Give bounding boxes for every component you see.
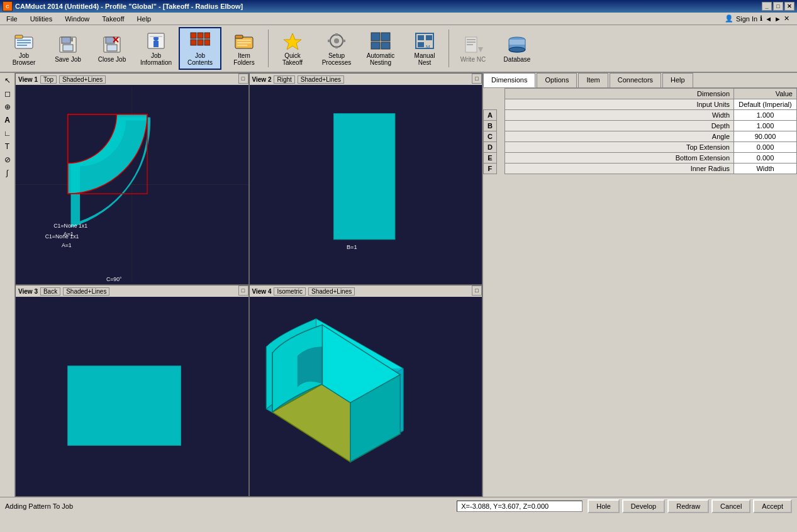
- job-information-button[interactable]: JobInformation: [135, 27, 177, 70]
- view1-expand[interactable]: □: [238, 74, 248, 84]
- view3-expand[interactable]: □: [238, 285, 248, 296]
- coordinates-display: X=-3.088, Y=3.607, Z=0.000: [457, 501, 582, 512]
- setup-processes-button[interactable]: SetupProcesses: [315, 27, 358, 70]
- nav-right-icon[interactable]: ►: [774, 15, 781, 23]
- manual-nest-icon: M: [415, 31, 435, 51]
- titlebar: C CAMduct 2014 (Untitled4) - Profile "Gl…: [0, 0, 797, 13]
- view3-type[interactable]: Back: [40, 287, 60, 296]
- view2-type[interactable]: Right: [274, 75, 294, 84]
- view4-title: View 4: [252, 288, 272, 295]
- menu-help[interactable]: Help: [133, 14, 155, 24]
- nav-left-icon[interactable]: ◄: [765, 15, 772, 23]
- manual-nest-button[interactable]: M ManualNest: [403, 27, 446, 70]
- crosshair-tool[interactable]: ⊕: [1, 101, 14, 113]
- dim-name-c: Angle: [504, 131, 733, 142]
- signin-link[interactable]: Sign In: [736, 15, 757, 23]
- input-units-value: Default (Imperial): [734, 99, 797, 110]
- view4-mode[interactable]: Shaded+Lines: [308, 287, 355, 296]
- svg-rect-25: [235, 35, 243, 38]
- close-job-icon: [102, 35, 122, 55]
- view3-content[interactable]: [16, 297, 248, 496]
- view3-mode[interactable]: Shaded+Lines: [63, 287, 109, 296]
- view2-content[interactable]: B=1: [250, 85, 482, 284]
- svg-rect-23: [204, 40, 210, 45]
- dim-value-b[interactable]: 1.000: [734, 121, 797, 131]
- view2-expand[interactable]: □: [472, 74, 482, 84]
- view1-content[interactable]: C1=None 1x1 A=1 C=90° F=R1 S1=None C2=No…: [16, 85, 248, 284]
- curve-tool[interactable]: ∫: [1, 167, 14, 179]
- viewports-area: View 1 Top Shaded+Lines □: [15, 73, 482, 497]
- dim-letter-f: F: [484, 163, 497, 174]
- maximize-button[interactable]: □: [773, 2, 783, 11]
- label-tool[interactable]: T: [1, 140, 14, 153]
- dim-letter-c: C: [484, 131, 497, 142]
- angle-tool[interactable]: ∟: [1, 127, 14, 140]
- main-area: ↖ ◻ ⊕ A ∟ T ⊘ ∫ View 1 Top Shaded+Lines …: [0, 73, 797, 497]
- close-job-button[interactable]: Close Job: [91, 27, 133, 70]
- hole-button[interactable]: Hole: [588, 499, 620, 513]
- dim-value-e[interactable]: 0.000: [734, 153, 797, 163]
- circle-tool[interactable]: ⊘: [1, 153, 14, 166]
- svg-rect-8: [70, 38, 73, 42]
- save-job-button[interactable]: Save Job: [47, 27, 89, 70]
- job-contents-button[interactable]: JobContents: [179, 27, 221, 70]
- cancel-button[interactable]: Cancel: [711, 499, 750, 513]
- svg-rect-42: [426, 35, 432, 40]
- tab-item[interactable]: Item: [578, 73, 608, 87]
- tab-help[interactable]: Help: [662, 73, 693, 87]
- write-nc-button[interactable]: Write NC: [452, 27, 494, 70]
- quick-takeoff-label: QuickTakeoff: [282, 52, 303, 66]
- item-folders-button[interactable]: ItemFolders: [223, 27, 265, 70]
- dim-letter-d: D: [484, 142, 497, 153]
- dim-value-a[interactable]: 1.000: [734, 110, 797, 121]
- menu-takeoff[interactable]: Takeoff: [98, 14, 128, 24]
- titlebar-controls[interactable]: _ □ ✕: [762, 2, 794, 11]
- svg-marker-29: [284, 33, 301, 50]
- svg-rect-35: [343, 40, 345, 42]
- accept-button[interactable]: Accept: [753, 499, 792, 513]
- menu-window[interactable]: Window: [61, 14, 93, 24]
- svg-rect-16: [153, 41, 159, 47]
- dim-value-c[interactable]: 90.000: [734, 131, 797, 142]
- setup-processes-icon: [326, 31, 347, 51]
- view4-content[interactable]: [250, 297, 482, 496]
- write-nc-label: Write NC: [460, 56, 486, 63]
- svg-text:C1=None 1x1: C1=None 1x1: [53, 223, 87, 229]
- svg-rect-73: [68, 366, 181, 445]
- view4-type[interactable]: Isometric: [274, 287, 306, 296]
- close-button[interactable]: ✕: [784, 2, 794, 11]
- automatic-nesting-button[interactable]: AutomaticNesting: [359, 27, 402, 70]
- viewport-4-header: View 4 Isometric Shaded+Lines: [250, 285, 482, 297]
- text-tool[interactable]: A: [1, 114, 14, 126]
- minimize-button[interactable]: _: [762, 2, 772, 11]
- view2-mode[interactable]: Shaded+Lines: [298, 75, 344, 84]
- menu-file[interactable]: File: [3, 14, 21, 24]
- quick-takeoff-button[interactable]: QuickTakeoff: [271, 27, 314, 70]
- close-panel-icon[interactable]: ✕: [784, 14, 789, 23]
- select-tool[interactable]: ↖: [1, 74, 14, 87]
- titlebar-title: CAMduct 2014 (Untitled4) - Profile "Glob…: [15, 3, 243, 10]
- tab-connectors[interactable]: Connectors: [610, 73, 661, 87]
- app-icon: C: [3, 1, 13, 11]
- database-button[interactable]: Database: [496, 27, 538, 70]
- rectangle-tool[interactable]: ◻: [1, 87, 14, 100]
- view1-type[interactable]: Top: [40, 75, 57, 84]
- menu-utilities[interactable]: Utilities: [26, 14, 56, 24]
- view1-mode[interactable]: Shaded+Lines: [59, 75, 106, 84]
- view4-expand[interactable]: □: [472, 285, 482, 296]
- tab-options[interactable]: Options: [537, 73, 577, 87]
- dim-value-f[interactable]: Width: [734, 163, 797, 174]
- view3-title: View 3: [18, 288, 38, 295]
- develop-button[interactable]: Develop: [622, 499, 665, 513]
- info-icon[interactable]: ℹ: [760, 14, 762, 23]
- dim-name-f: Inner Radius: [504, 163, 733, 174]
- dim-value-d[interactable]: 0.000: [734, 142, 797, 153]
- dimension-col-header: Dimension: [504, 89, 733, 99]
- job-browser-button[interactable]: JobBrowser: [3, 27, 45, 70]
- dim-name-e: Bottom Extension: [504, 153, 733, 163]
- save-job-label: Save Job: [55, 56, 81, 63]
- close-job-label: Close Job: [98, 56, 126, 63]
- tab-dimensions[interactable]: Dimensions: [483, 73, 535, 87]
- job-contents-icon: [190, 31, 210, 51]
- redraw-button[interactable]: Redraw: [667, 499, 709, 513]
